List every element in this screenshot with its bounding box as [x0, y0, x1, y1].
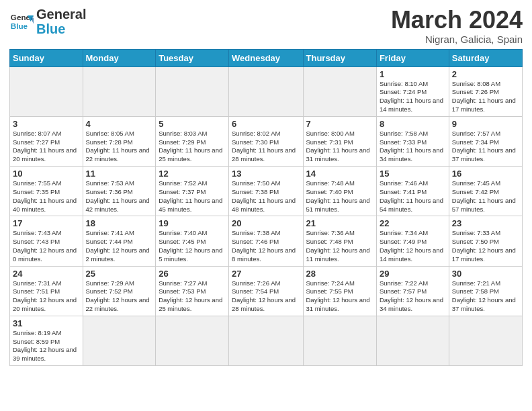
- day-number: 10: [13, 169, 80, 179]
- calendar-cell: 4Sunrise: 8:05 AM Sunset: 7:28 PM Daylig…: [83, 116, 156, 166]
- calendar-cell: [83, 316, 156, 365]
- calendar-cell: 20Sunrise: 7:38 AM Sunset: 7:46 PM Dayli…: [229, 216, 303, 266]
- calendar-cell: [229, 316, 303, 365]
- calendar-cell: 5Sunrise: 8:03 AM Sunset: 7:29 PM Daylig…: [156, 116, 229, 166]
- calendar-header-saturday: Saturday: [449, 49, 522, 66]
- day-number: 13: [232, 169, 300, 179]
- day-info: Sunrise: 7:27 AM Sunset: 7:53 PM Dayligh…: [159, 279, 226, 314]
- day-number: 14: [306, 169, 373, 179]
- day-number: 16: [452, 169, 519, 179]
- day-info: Sunrise: 7:48 AM Sunset: 7:40 PM Dayligh…: [306, 179, 373, 214]
- day-info: Sunrise: 8:02 AM Sunset: 7:30 PM Dayligh…: [232, 130, 300, 164]
- day-info: Sunrise: 7:58 AM Sunset: 7:33 PM Dayligh…: [380, 130, 446, 164]
- day-info: Sunrise: 7:21 AM Sunset: 7:58 PM Dayligh…: [452, 279, 519, 314]
- calendar-header-friday: Friday: [376, 49, 449, 66]
- calendar-week-row: 31Sunrise: 8:19 AM Sunset: 8:59 PM Dayli…: [10, 316, 523, 365]
- day-number: 29: [380, 269, 446, 279]
- calendar-cell: [156, 316, 229, 365]
- day-info: Sunrise: 7:31 AM Sunset: 7:51 PM Dayligh…: [13, 279, 80, 314]
- day-number: 1: [380, 69, 446, 79]
- day-number: 17: [13, 218, 80, 228]
- day-number: 15: [380, 169, 446, 179]
- calendar-cell: 6Sunrise: 8:02 AM Sunset: 7:30 PM Daylig…: [229, 116, 303, 166]
- calendar-cell: 30Sunrise: 7:21 AM Sunset: 7:58 PM Dayli…: [449, 266, 522, 316]
- calendar-week-row: 24Sunrise: 7:31 AM Sunset: 7:51 PM Dayli…: [10, 266, 523, 316]
- calendar-cell: [10, 66, 83, 116]
- calendar-cell: 16Sunrise: 7:45 AM Sunset: 7:42 PM Dayli…: [449, 167, 522, 216]
- calendar-header-row: SundayMondayTuesdayWednesdayThursdayFrid…: [10, 49, 523, 66]
- calendar-cell: 25Sunrise: 7:29 AM Sunset: 7:52 PM Dayli…: [83, 266, 156, 316]
- logo-blue: Blue: [36, 21, 86, 36]
- day-number: 30: [452, 269, 519, 279]
- calendar-header-sunday: Sunday: [10, 49, 83, 66]
- day-number: 21: [306, 218, 373, 228]
- subtitle: Nigran, Galicia, Spain: [391, 34, 523, 45]
- day-info: Sunrise: 7:41 AM Sunset: 7:44 PM Dayligh…: [86, 229, 153, 263]
- calendar-week-row: 10Sunrise: 7:55 AM Sunset: 7:35 PM Dayli…: [10, 167, 523, 216]
- calendar-cell: 21Sunrise: 7:36 AM Sunset: 7:48 PM Dayli…: [303, 216, 376, 266]
- day-number: 11: [86, 169, 153, 179]
- calendar-cell: 1Sunrise: 8:10 AM Sunset: 7:24 PM Daylig…: [376, 66, 449, 116]
- day-info: Sunrise: 7:45 AM Sunset: 7:42 PM Dayligh…: [452, 179, 519, 214]
- logo-general: General: [36, 7, 86, 21]
- day-info: Sunrise: 7:33 AM Sunset: 7:50 PM Dayligh…: [452, 229, 519, 263]
- day-number: 26: [159, 269, 226, 279]
- day-number: 27: [232, 269, 300, 279]
- day-info: Sunrise: 8:10 AM Sunset: 7:24 PM Dayligh…: [380, 80, 446, 114]
- day-number: 3: [13, 119, 80, 129]
- day-number: 28: [306, 269, 373, 279]
- day-info: Sunrise: 8:08 AM Sunset: 7:26 PM Dayligh…: [452, 80, 519, 114]
- calendar-cell: 18Sunrise: 7:41 AM Sunset: 7:44 PM Dayli…: [83, 216, 156, 266]
- day-info: Sunrise: 7:24 AM Sunset: 7:55 PM Dayligh…: [306, 279, 373, 314]
- day-number: 25: [86, 269, 153, 279]
- calendar-cell: 7Sunrise: 8:00 AM Sunset: 7:31 PM Daylig…: [303, 116, 376, 166]
- calendar-cell: 12Sunrise: 7:52 AM Sunset: 7:37 PM Dayli…: [156, 167, 229, 216]
- day-number: 22: [380, 218, 446, 228]
- calendar-header-thursday: Thursday: [303, 49, 376, 66]
- calendar-cell: [449, 316, 522, 365]
- calendar-cell: 15Sunrise: 7:46 AM Sunset: 7:41 PM Dayli…: [376, 167, 449, 216]
- day-number: 8: [380, 119, 446, 129]
- day-number: 5: [159, 119, 226, 129]
- calendar-cell: 13Sunrise: 7:50 AM Sunset: 7:38 PM Dayli…: [229, 167, 303, 216]
- day-number: 7: [306, 119, 373, 129]
- calendar-cell: 24Sunrise: 7:31 AM Sunset: 7:51 PM Dayli…: [10, 266, 83, 316]
- calendar-cell: [303, 316, 376, 365]
- calendar-cell: 23Sunrise: 7:33 AM Sunset: 7:50 PM Dayli…: [449, 216, 522, 266]
- calendar-cell: 10Sunrise: 7:55 AM Sunset: 7:35 PM Dayli…: [10, 167, 83, 216]
- calendar-cell: 29Sunrise: 7:22 AM Sunset: 7:57 PM Dayli…: [376, 266, 449, 316]
- day-info: Sunrise: 7:22 AM Sunset: 7:57 PM Dayligh…: [380, 279, 446, 314]
- calendar-header-monday: Monday: [83, 49, 156, 66]
- day-info: Sunrise: 7:46 AM Sunset: 7:41 PM Dayligh…: [380, 179, 446, 214]
- calendar-header-tuesday: Tuesday: [156, 49, 229, 66]
- day-info: Sunrise: 7:43 AM Sunset: 7:43 PM Dayligh…: [13, 229, 80, 263]
- calendar-cell: 27Sunrise: 7:26 AM Sunset: 7:54 PM Dayli…: [229, 266, 303, 316]
- day-number: 2: [452, 69, 519, 79]
- calendar-cell: [376, 316, 449, 365]
- calendar-cell: 22Sunrise: 7:34 AM Sunset: 7:49 PM Dayli…: [376, 216, 449, 266]
- header: General Blue General Blue March 2024 Nig…: [9, 7, 523, 45]
- day-info: Sunrise: 7:26 AM Sunset: 7:54 PM Dayligh…: [232, 279, 300, 314]
- calendar-cell: 26Sunrise: 7:27 AM Sunset: 7:53 PM Dayli…: [156, 266, 229, 316]
- day-number: 18: [86, 218, 153, 228]
- day-info: Sunrise: 7:34 AM Sunset: 7:49 PM Dayligh…: [380, 229, 446, 263]
- calendar-cell: 3Sunrise: 8:07 AM Sunset: 7:27 PM Daylig…: [10, 116, 83, 166]
- month-title: March 2024: [391, 7, 523, 34]
- day-number: 31: [13, 318, 80, 328]
- day-number: 23: [452, 218, 519, 228]
- day-number: 12: [159, 169, 226, 179]
- logo-icon: General Blue: [9, 9, 34, 34]
- calendar-cell: 19Sunrise: 7:40 AM Sunset: 7:45 PM Dayli…: [156, 216, 229, 266]
- calendar-table: SundayMondayTuesdayWednesdayThursdayFrid…: [9, 49, 523, 367]
- day-info: Sunrise: 8:00 AM Sunset: 7:31 PM Dayligh…: [306, 130, 373, 164]
- day-info: Sunrise: 8:03 AM Sunset: 7:29 PM Dayligh…: [159, 130, 226, 164]
- calendar-cell: 9Sunrise: 7:57 AM Sunset: 7:34 PM Daylig…: [449, 116, 522, 166]
- calendar-cell: 2Sunrise: 8:08 AM Sunset: 7:26 PM Daylig…: [449, 66, 522, 116]
- day-info: Sunrise: 7:36 AM Sunset: 7:48 PM Dayligh…: [306, 229, 373, 263]
- calendar-cell: 8Sunrise: 7:58 AM Sunset: 7:33 PM Daylig…: [376, 116, 449, 166]
- day-number: 20: [232, 218, 300, 228]
- calendar-cell: 14Sunrise: 7:48 AM Sunset: 7:40 PM Dayli…: [303, 167, 376, 216]
- calendar-cell: 31Sunrise: 8:19 AM Sunset: 8:59 PM Dayli…: [10, 316, 83, 365]
- day-number: 9: [452, 119, 519, 129]
- day-number: 19: [159, 218, 226, 228]
